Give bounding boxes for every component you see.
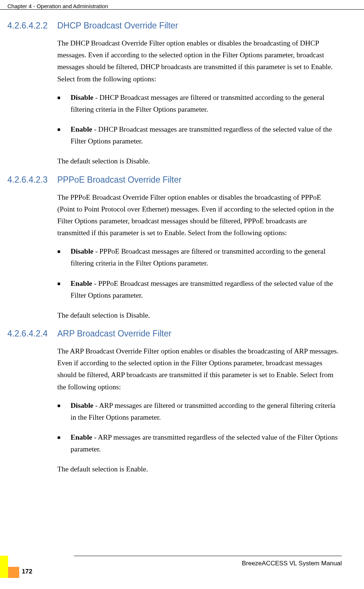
bullet-icon: ■ <box>57 246 71 269</box>
bullet-icon: ■ <box>57 123 71 147</box>
section-intro: The DHCP Broadcast Override Filter optio… <box>57 37 340 85</box>
footer-rule <box>74 556 342 556</box>
section-outro: The default selection is Enable. <box>57 463 340 475</box>
list-item: ■ Disable - DHCP Broadcast messages are … <box>57 92 340 115</box>
bullet-icon: ■ <box>57 278 71 301</box>
bullet-icon: ■ <box>57 431 71 455</box>
bullet-list: ■ Disable - PPPoE Broadcast messages are… <box>57 246 340 301</box>
page-number: 172 <box>22 568 32 575</box>
bullet-text: Enable - PPPoE Broadcast messages are tr… <box>71 278 340 301</box>
section-number: 4.2.6.4.2.4 <box>7 329 57 339</box>
chapter-title: Chapter 4 - Operation and Administration <box>7 3 108 9</box>
list-item: ■ Enable - DHCP Broadcast messages are t… <box>57 123 340 147</box>
bullet-list: ■ Disable - ARP messages are filtered or… <box>57 400 340 456</box>
section-intro: The ARP Broadcast Override Filter option… <box>57 345 340 393</box>
section-intro: The PPPoE Broadcast Override Filter opti… <box>57 192 340 239</box>
bullet-icon: ■ <box>57 400 71 423</box>
list-item: ■ Enable - PPPoE Broadcast messages are … <box>57 278 340 301</box>
bullet-text: Enable - DHCP Broadcast messages are tra… <box>71 123 340 147</box>
page-content: 4.2.6.4.2.2 DHCP Broadcast Override Filt… <box>0 10 364 475</box>
section-heading: 4.2.6.4.2.3 PPPoE Broadcast Override Fil… <box>7 175 340 185</box>
page-header: Chapter 4 - Operation and Administration <box>0 0 364 10</box>
section-title: PPPoE Broadcast Override Filter <box>57 175 340 185</box>
section-title: ARP Broadcast Override Filter <box>57 329 340 339</box>
list-item: ■ Disable - ARP messages are filtered or… <box>57 400 340 423</box>
bullet-icon: ■ <box>57 92 71 115</box>
section-title: DHCP Broadcast Override Filter <box>57 21 340 31</box>
section-arp: 4.2.6.4.2.4 ARP Broadcast Override Filte… <box>7 329 340 475</box>
section-pppoe: 4.2.6.4.2.3 PPPoE Broadcast Override Fil… <box>7 175 340 322</box>
section-heading: 4.2.6.4.2.2 DHCP Broadcast Override Filt… <box>7 21 340 31</box>
bullet-text: Disable - PPPoE Broadcast messages are f… <box>71 246 340 269</box>
bullet-text: Enable - ARP messages are transmitted re… <box>71 431 340 455</box>
bullet-list: ■ Disable - DHCP Broadcast messages are … <box>57 92 340 148</box>
section-number: 4.2.6.4.2.3 <box>7 175 57 185</box>
section-heading: 4.2.6.4.2.4 ARP Broadcast Override Filte… <box>7 329 340 339</box>
bullet-text: Disable - DHCP Broadcast messages are fi… <box>71 92 340 115</box>
section-outro: The default selection is Disable. <box>57 309 340 321</box>
manual-name: BreezeACCESS VL System Manual <box>0 560 364 567</box>
list-item: ■ Enable - ARP messages are transmitted … <box>57 431 340 455</box>
section-outro: The default selection is Disable. <box>57 155 340 167</box>
list-item: ■ Disable - PPPoE Broadcast messages are… <box>57 246 340 269</box>
section-dhcp: 4.2.6.4.2.2 DHCP Broadcast Override Filt… <box>7 21 340 167</box>
section-number: 4.2.6.4.2.2 <box>7 21 57 31</box>
orange-block <box>8 567 19 578</box>
page-footer: BreezeACCESS VL System Manual 172 <box>0 556 364 578</box>
bullet-text: Disable - ARP messages are filtered or t… <box>71 400 340 423</box>
yellow-bar <box>0 556 8 578</box>
